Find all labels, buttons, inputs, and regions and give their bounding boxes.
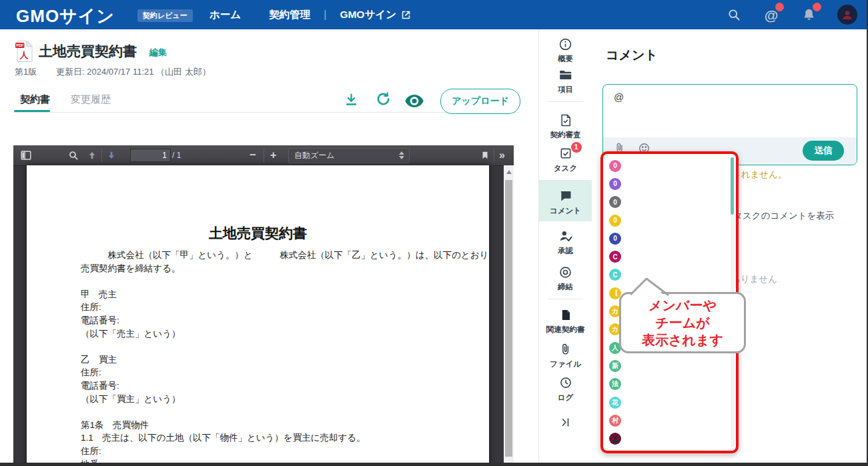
sidebar-item-log[interactable]: ログ xyxy=(539,376,592,403)
nav-contract-management[interactable]: 契約管理 xyxy=(269,8,310,22)
pdf-toolbar: / 1 − + 自動ズーム » xyxy=(13,145,514,166)
mention-list-item[interactable]: 新 xyxy=(603,357,736,375)
page-down-icon[interactable] xyxy=(106,145,117,165)
mention-list-item[interactable]: 0 xyxy=(603,157,736,175)
pdf-text-line: 電話番号: xyxy=(81,380,488,393)
mention-list-item[interactable]: 村 xyxy=(603,411,736,429)
pdf-text-line: 売買契約書を締結する。 xyxy=(81,263,488,276)
member-avatar: 0 xyxy=(609,178,621,190)
tool-sidebar: 概要 項目 契約審査 1 タスク コメント xyxy=(538,29,592,466)
top-navigation-bar: GMOサイン 契約レビュー ホーム 契約管理 | GMOサイン @ xyxy=(0,0,868,29)
comment-panel-title: コメント xyxy=(606,47,658,64)
scrollbar-thumb[interactable] xyxy=(505,180,512,457)
mention-list-item[interactable] xyxy=(603,429,736,447)
member-avatar: 新 xyxy=(609,360,621,372)
zoom-in-icon[interactable]: + xyxy=(270,145,276,165)
comment-bubble-icon xyxy=(539,189,592,204)
sidebar-item-related-contracts[interactable]: 関連契約書 xyxy=(539,308,592,335)
dropdown-scrollbar-thumb[interactable] xyxy=(731,157,734,215)
pdf-text-line: 株式会社（以下「甲」という。）と 株式会社（以下「乙」という。）は、以下のとおり xyxy=(81,249,488,263)
download-icon[interactable] xyxy=(344,93,358,109)
pdf-text-line xyxy=(81,275,488,289)
sidebar-item-tasks[interactable]: 1 タスク xyxy=(539,147,592,173)
bookmark-icon[interactable] xyxy=(480,145,490,165)
pdf-text-line: 電話番号: xyxy=(81,315,488,328)
main-nav: ホーム 契約管理 | GMOサイン xyxy=(209,0,411,29)
comment-notice-text: されません。 xyxy=(732,169,787,181)
comment-input-value[interactable]: @ xyxy=(614,91,624,103)
folder-icon xyxy=(539,68,592,83)
pdf-file-icon: PDF人 xyxy=(15,40,33,65)
sidebar-item-contract-review[interactable]: 契約審査 xyxy=(539,113,592,140)
page-number-input[interactable] xyxy=(130,149,171,162)
zoom-select[interactable]: 自動ズーム xyxy=(288,148,410,163)
nav-home[interactable]: ホーム xyxy=(209,8,241,22)
member-avatar: 花 xyxy=(609,397,621,409)
pdf-text-line: 住所: xyxy=(81,301,488,315)
gmo-sign-logo[interactable]: GMOサイン xyxy=(16,5,115,28)
sidebar-item-files[interactable]: ファイル xyxy=(539,343,592,369)
sidebar-item-approval[interactable]: 承認 xyxy=(539,229,592,256)
tab-contract[interactable]: 契約書 xyxy=(20,93,50,106)
task-comments-filter-label[interactable]: タスクのコメントを表示 xyxy=(733,210,834,222)
person-icon xyxy=(611,435,620,443)
sidebar-item-fields[interactable]: 項目 xyxy=(539,68,592,95)
notification-dot xyxy=(813,3,821,11)
sidebar-item-conclusion[interactable]: 締結 xyxy=(539,265,592,292)
target-circle-icon xyxy=(539,265,592,280)
pdf-page-title: 土地売買契約書 xyxy=(27,224,489,243)
pdf-text-line: 住所: xyxy=(81,445,488,459)
refresh-icon[interactable] xyxy=(376,91,391,109)
upload-button[interactable]: アップロード xyxy=(440,89,520,114)
tabs-divider xyxy=(13,112,519,113)
mention-list-item[interactable]: 法 xyxy=(603,375,736,393)
pdf-page-text: 株式会社（以下「甲」という。）と 株式会社（以下「乙」という。）は、以下のとおり… xyxy=(81,249,488,466)
member-avatar: 法 xyxy=(609,378,621,390)
nav-separator: | xyxy=(324,9,326,21)
sidebar-item-comments[interactable]: コメント xyxy=(539,180,592,221)
preview-eye-icon[interactable] xyxy=(404,94,424,111)
zoom-out-icon[interactable]: − xyxy=(250,145,256,165)
edit-link[interactable]: 編集 xyxy=(149,47,167,59)
sidebar-toggle-icon[interactable] xyxy=(20,145,32,165)
document-check-icon xyxy=(539,113,592,128)
nav-gmo-sign-external[interactable]: GMOサイン xyxy=(340,8,396,22)
info-icon xyxy=(539,37,592,52)
notification-dot xyxy=(775,3,784,11)
document-updated-meta: 更新日: 2024/07/17 11:21 （山田 太郎） xyxy=(56,66,211,78)
sidebar-collapse-icon[interactable] xyxy=(539,416,592,431)
member-avatar: C xyxy=(609,251,621,263)
find-icon[interactable] xyxy=(68,145,79,165)
mention-list-item[interactable]: C xyxy=(603,247,736,265)
toolbar-more-icon[interactable]: » xyxy=(499,145,504,165)
mention-list-item[interactable]: 0 xyxy=(603,211,736,229)
member-avatar: 村 xyxy=(609,415,621,427)
member-avatar xyxy=(609,433,621,445)
pdf-text-line: 第1条 売買物件 xyxy=(81,419,488,433)
send-button[interactable]: 送信 xyxy=(803,141,844,161)
document-icon xyxy=(539,308,592,323)
scroll-up-icon[interactable] xyxy=(506,170,512,174)
sidebar-item-overview[interactable]: 概要 xyxy=(539,37,592,64)
sidebar-divider xyxy=(548,299,583,299)
mention-list-item[interactable]: 0 xyxy=(603,229,736,247)
contract-review-badge: 契約レビュー xyxy=(137,9,193,22)
task-checkbox-icon: 1 xyxy=(539,147,592,161)
mention-list-item[interactable]: 0 xyxy=(603,175,736,193)
mention-list-item[interactable]: 花 xyxy=(603,393,736,411)
user-avatar[interactable] xyxy=(837,5,857,25)
external-link-icon[interactable] xyxy=(401,10,411,23)
bell-icon[interactable] xyxy=(800,6,817,23)
paperclip-icon xyxy=(539,343,592,357)
member-avatar: 0 xyxy=(609,196,621,208)
clock-icon xyxy=(539,376,592,391)
window-bottom-border xyxy=(0,463,868,466)
page-up-icon[interactable] xyxy=(87,145,97,165)
callout-tail xyxy=(624,270,677,305)
search-icon[interactable] xyxy=(725,6,743,23)
mention-list-item[interactable]: 0 xyxy=(603,193,736,211)
pdf-text-line: （以下「買主」という） xyxy=(81,393,488,407)
pdf-scrollbar[interactable] xyxy=(504,165,514,466)
at-mentions-icon[interactable]: @ xyxy=(763,6,780,23)
tab-change-history[interactable]: 変更履歴 xyxy=(71,93,111,106)
